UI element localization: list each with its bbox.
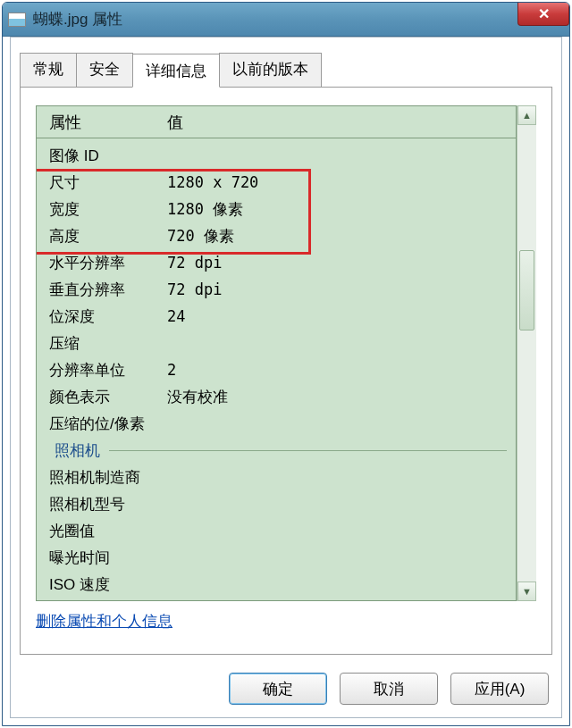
properties-dialog: 蝴蝶.jpg 属性 ✕ 常规 安全 详细信息 以前的版本 属性 值 图像 ID <box>2 2 570 726</box>
prop-name-image-id: 图像 ID <box>37 146 167 166</box>
prop-value-bit-depth: 24 <box>167 307 516 325</box>
prop-name-height: 高度 <box>37 226 167 247</box>
prop-value-v-res: 72 dpi <box>167 280 516 298</box>
prop-name-res-unit: 分辨率单位 <box>37 360 167 381</box>
list-item[interactable]: 曝光时间 <box>37 544 516 571</box>
chevron-down-icon: ▼ <box>522 586 532 597</box>
list-item[interactable]: 宽度 1280 像素 <box>37 196 516 222</box>
prop-name-compression: 压缩 <box>37 333 167 354</box>
scroll-down-button[interactable]: ▼ <box>517 582 536 601</box>
list-item[interactable]: 颜色表示 没有校准 <box>37 383 516 410</box>
prop-name-color-rep: 颜色表示 <box>37 387 167 407</box>
tab-strip: 常规 安全 详细信息 以前的版本 <box>11 38 561 87</box>
titlebar[interactable]: 蝴蝶.jpg 属性 ✕ <box>3 3 569 37</box>
list-item[interactable]: 垂直分辨率 72 dpi <box>37 276 516 303</box>
list-item[interactable]: ISO 速度 <box>37 571 516 598</box>
prop-name-exposure: 曝光时间 <box>37 548 167 568</box>
scrollbar-track[interactable] <box>517 125 536 582</box>
list-item[interactable]: 水平分辨率 72 dpi <box>37 249 516 276</box>
list-item[interactable]: 照相机型号 <box>37 490 516 517</box>
prop-name-camera-maker: 照相机制造商 <box>37 467 167 488</box>
remove-properties-link[interactable]: 删除属性和个人信息 <box>36 613 172 630</box>
list-item[interactable]: 光圈值 <box>37 517 516 544</box>
window-title: 蝴蝶.jpg 属性 <box>33 9 122 29</box>
prop-name-camera-model: 照相机型号 <box>37 494 167 515</box>
close-icon: ✕ <box>538 5 550 22</box>
apply-button[interactable]: 应用(A) <box>450 673 549 705</box>
tab-general[interactable]: 常规 <box>20 53 77 87</box>
prop-value-res-unit: 2 <box>167 361 516 379</box>
column-header-value[interactable]: 值 <box>167 112 516 133</box>
tab-details[interactable]: 详细信息 <box>132 54 220 88</box>
list-item[interactable]: 照相机制造商 <box>37 464 516 490</box>
property-list: 属性 值 图像 ID 尺寸 1280 x 720 宽度 1280 像素 <box>36 105 517 601</box>
divider <box>109 450 507 451</box>
scroll-up-button[interactable]: ▲ <box>517 105 536 125</box>
prop-name-bits-per-px: 压缩的位/像素 <box>37 414 167 434</box>
list-item[interactable]: 尺寸 1280 x 720 <box>37 169 516 196</box>
remove-properties-link-row: 删除属性和个人信息 <box>36 611 172 632</box>
scrollbar-thumb[interactable] <box>519 250 534 331</box>
list-item[interactable]: 分辨率单位 2 <box>37 356 516 383</box>
close-button[interactable]: ✕ <box>517 3 569 26</box>
prop-name-v-res: 垂直分辨率 <box>37 280 167 300</box>
file-icon <box>8 13 26 27</box>
prop-name-fstop: 光圈值 <box>37 521 167 541</box>
dialog-buttons: 确定 取消 应用(A) <box>229 673 549 705</box>
list-item[interactable]: 位深度 24 <box>37 303 516 330</box>
prop-name-width: 宽度 <box>37 199 167 220</box>
property-list-body: 图像 ID 尺寸 1280 x 720 宽度 1280 像素 高度 720 像素 <box>37 138 516 600</box>
prop-value-h-res: 72 dpi <box>167 254 516 272</box>
column-header-property[interactable]: 属性 <box>37 112 167 133</box>
cancel-button[interactable]: 取消 <box>340 673 438 705</box>
prop-name-dimensions: 尺寸 <box>37 172 167 193</box>
property-list-header: 属性 值 <box>37 106 516 138</box>
section-header-camera: 照相机 <box>37 437 516 464</box>
prop-name-h-res: 水平分辨率 <box>37 253 167 273</box>
tab-previous-versions[interactable]: 以前的版本 <box>219 53 322 87</box>
list-item[interactable]: 压缩的位/像素 <box>37 410 516 437</box>
section-label-camera: 照相机 <box>55 440 100 461</box>
list-item[interactable]: 压缩 <box>37 330 516 356</box>
list-item[interactable]: 高度 720 像素 <box>37 222 516 249</box>
prop-name-iso: ISO 速度 <box>37 574 167 595</box>
prop-value-height: 720 像素 <box>167 226 516 247</box>
prop-value-dimensions: 1280 x 720 <box>167 173 516 191</box>
client-area: 常规 安全 详细信息 以前的版本 属性 值 图像 ID 尺寸 <box>10 37 562 718</box>
details-panel: 属性 值 图像 ID 尺寸 1280 x 720 宽度 1280 像素 <box>36 105 536 601</box>
tab-security[interactable]: 安全 <box>76 53 133 87</box>
chevron-up-icon: ▲ <box>522 110 532 121</box>
prop-value-color-rep: 没有校准 <box>167 387 516 407</box>
vertical-scrollbar[interactable]: ▲ ▼ <box>517 105 536 601</box>
prop-name-bit-depth: 位深度 <box>37 306 167 327</box>
prop-value-width: 1280 像素 <box>167 199 516 220</box>
list-item[interactable]: 图像 ID <box>37 142 516 169</box>
ok-button[interactable]: 确定 <box>229 673 327 705</box>
